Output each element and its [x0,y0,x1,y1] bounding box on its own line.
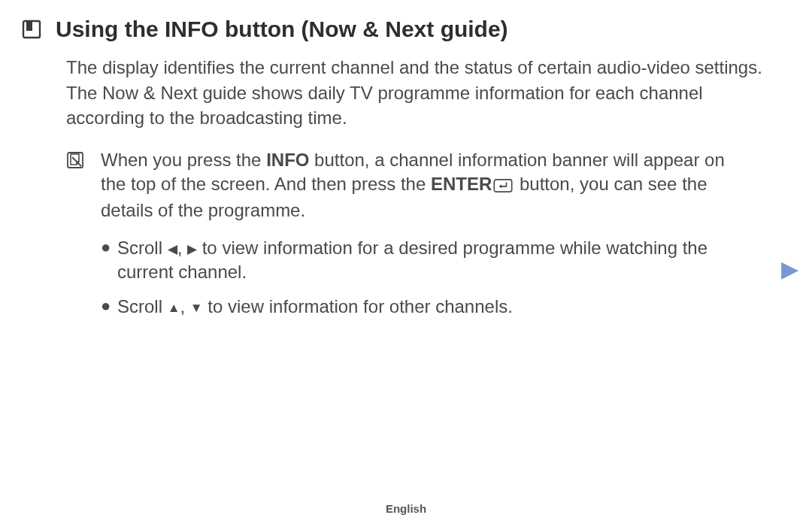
b2-pre: Scroll [117,296,168,316]
enter-button-label: ENTER [431,174,492,194]
note-icon [66,151,84,169]
list-item: ● Scroll ◀, ▶ to view information for a … [101,236,753,284]
b1-pre: Scroll [117,238,168,258]
b1-post: to view information for a desired progra… [117,238,707,282]
info-button-label: INFO [266,150,309,170]
left-arrow-icon: ◀ [168,241,177,259]
bullet-1-text: Scroll ◀, ▶ to view information for a de… [117,236,708,284]
bullet-icon: ● [101,295,117,319]
comma: , [180,296,190,316]
bullet-list: ● Scroll ◀, ▶ to view information for a … [101,236,753,319]
svg-rect-3 [495,180,512,192]
paragraph-1: The display identifies the current chann… [66,56,776,80]
bullet-2-text: Scroll ▲, ▼ to view information for othe… [117,295,708,319]
footer-language: English [0,502,812,515]
up-arrow-icon: ▲ [168,300,180,317]
manual-page: Using the INFO button (Now & Next guide)… [0,0,812,530]
comma: , [177,238,187,258]
svg-rect-1 [26,21,32,31]
section-header: Using the INFO button (Now & Next guide) [21,17,791,42]
note-block: When you press the INFO button, a channe… [66,148,776,329]
enter-key-icon [493,174,513,198]
list-item: ● Scroll ▲, ▼ to view information for ot… [101,295,753,319]
bookmark-icon [21,19,42,40]
right-arrow-icon: ▶ [187,241,197,259]
bullet-icon: ● [101,236,117,284]
down-arrow-icon: ▼ [190,300,203,317]
section-title: Using the INFO button (Now & Next guide) [56,17,508,42]
next-page-button[interactable]: ▶ [781,256,798,282]
section-body: The display identifies the current chann… [21,56,791,329]
note-text: When you press the INFO button, a channe… [101,148,753,329]
paragraph-2: The Now & Next guide shows daily TV prog… [66,81,776,130]
b2-post: to view information for other channels. [203,296,513,316]
note-pre: When you press the [101,150,266,170]
